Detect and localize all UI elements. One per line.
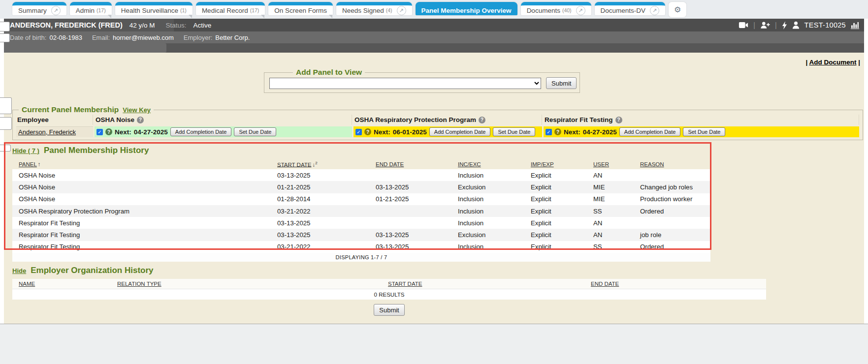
external-link-icon[interactable]: ↗ xyxy=(650,6,659,15)
cell-end xyxy=(369,217,451,229)
cell-end: 03-13-2025 xyxy=(369,181,451,193)
add-panel-submit-button[interactable]: Submit xyxy=(546,77,577,89)
table-row: Respirator Fit Testing03-13-2025Inclusio… xyxy=(12,217,710,229)
table-row: Respirator Fit Testing03-13-202503-13-20… xyxy=(12,229,710,241)
help-icon[interactable]: ? xyxy=(137,117,144,123)
next-label: Next: xyxy=(115,128,131,136)
panel-select[interactable] xyxy=(269,78,541,89)
tab-count: (40) xyxy=(562,7,572,13)
table-row: OSHA Noise01-21-202503-13-2025ExclusionE… xyxy=(12,181,710,193)
set-due-date-button[interactable]: Set Due Date xyxy=(683,127,725,136)
cell-panel: OSHA Noise xyxy=(12,193,271,205)
column-header-end-date[interactable]: END DATE xyxy=(376,161,404,167)
page-bottom-strip xyxy=(0,324,868,364)
main-content: | Add Document | Add Panel to View Submi… xyxy=(4,53,864,324)
tab-medical-record[interactable]: Medical Record (17) xyxy=(196,2,265,15)
cell-user: SS xyxy=(587,205,634,217)
employer-history-title: Employer Organization History xyxy=(31,266,153,275)
column-header-imp-exp[interactable]: IMP/EXP xyxy=(531,161,554,167)
separator: | xyxy=(753,21,755,29)
next-label: Next: xyxy=(564,128,580,136)
tab-documents-dv[interactable]: Documents-DV ↗ xyxy=(595,2,666,15)
tab-health-surveillance[interactable]: Health Surveillance (1) xyxy=(115,2,193,15)
bar-chart-icon[interactable] xyxy=(851,22,859,29)
video-camera-icon[interactable] xyxy=(739,22,748,29)
gear-icon: ⚙ xyxy=(674,5,681,14)
column-header-end-date[interactable]: END DATE xyxy=(591,281,619,287)
tab-on-screen-forms[interactable]: On Screen Forms xyxy=(268,2,333,15)
cell-end xyxy=(369,205,451,217)
current-membership-legend: Current Panel Membership View Key xyxy=(19,105,154,114)
tab-documents[interactable]: Documents (40) ↗ xyxy=(521,2,591,15)
employee-link[interactable]: Anderson, Frederick xyxy=(18,128,76,136)
cell-incexc: Inclusion xyxy=(451,193,524,205)
pipe: | xyxy=(805,59,807,66)
bolt-icon[interactable] xyxy=(782,21,787,30)
employer-submit-button[interactable]: Submit xyxy=(374,304,404,316)
cell-reason: Ordered xyxy=(634,241,710,253)
set-due-date-button[interactable]: Set Due Date xyxy=(493,127,535,136)
view-key-link[interactable]: View Key xyxy=(123,106,151,114)
history-hide-link[interactable]: Hide ( 7 ) xyxy=(12,147,39,154)
history-paging-status: DISPLAYING 1-7 / 7 xyxy=(12,253,710,262)
column-header-name[interactable]: NAME xyxy=(19,281,35,287)
add-completion-date-button[interactable]: Add Completion Date xyxy=(170,127,232,136)
employer-header-row: NAME RELATION TYPE START DATE END DATE xyxy=(12,279,766,289)
next-label: Next: xyxy=(374,128,390,136)
column-header-start-date[interactable]: START DATE xyxy=(277,161,311,167)
column-header-reason[interactable]: REASON xyxy=(640,161,664,167)
tab-panel-membership-overview[interactable]: Panel Membership Overview xyxy=(416,2,517,15)
add-completion-date-button[interactable]: Add Completion Date xyxy=(619,127,681,136)
cell-impexp: Explicit xyxy=(524,193,587,205)
left-edge-fragment xyxy=(0,97,12,114)
column-header-start-date[interactable]: START DATE xyxy=(388,281,422,287)
external-link-icon[interactable]: ↗ xyxy=(397,6,406,15)
settings-gear-button[interactable]: ⚙ xyxy=(669,2,686,17)
membership-checkbox[interactable]: ✓ xyxy=(355,129,362,135)
help-icon[interactable]: ? xyxy=(364,128,371,135)
help-icon[interactable]: ? xyxy=(479,117,485,123)
column-header-inc-exc[interactable]: INC/EXC xyxy=(458,161,481,167)
external-link-icon[interactable]: ↗ xyxy=(51,6,61,15)
membership-checkbox[interactable]: ✓ xyxy=(546,129,552,135)
help-icon[interactable]: ? xyxy=(105,128,112,135)
cell-incexc: Inclusion xyxy=(451,241,524,253)
add-person-icon[interactable] xyxy=(760,21,770,29)
membership-cell-osha-respiratory: ✓ ? Next: 06-01-2025 Add Completion Date… xyxy=(354,126,542,137)
membership-checkbox[interactable]: ✓ xyxy=(96,129,103,135)
person-icon[interactable] xyxy=(792,21,800,29)
tab-needs-signed[interactable]: Needs Signed (4) ↗ xyxy=(336,2,412,15)
column-header-user[interactable]: USER xyxy=(593,161,609,167)
cell-end: 03-13-2025 xyxy=(369,229,451,241)
dob-label: Date of birth: xyxy=(10,34,46,41)
cell-end: 01-21-2025 xyxy=(369,193,451,205)
cell-panel: Respirator Fit Testing xyxy=(12,217,271,229)
add-panel-title: Add Panel to View xyxy=(293,68,365,77)
column-header-panel[interactable]: PANEL xyxy=(19,161,37,167)
patient-subheader: Date of birth: 02-08-1983 Email: horner@… xyxy=(4,31,864,43)
help-icon[interactable]: ? xyxy=(615,117,622,123)
add-panel-fieldset: Add Panel to View Submit xyxy=(264,72,580,93)
tab-count: (17) xyxy=(250,7,259,13)
employer-hide-link[interactable]: Hide xyxy=(12,267,26,274)
help-icon[interactable]: ? xyxy=(554,128,561,135)
patient-header-strip xyxy=(4,43,864,53)
cell-incexc: Inclusion xyxy=(451,169,524,181)
cell-reason: Changed job roles xyxy=(634,181,710,193)
cell-start: 01-21-2025 xyxy=(271,181,369,193)
table-row: Respirator Fit Testing03-21-202203-13-20… xyxy=(12,241,710,253)
add-document-link[interactable]: Add Document xyxy=(809,59,856,66)
add-completion-date-button[interactable]: Add Completion Date xyxy=(429,127,491,136)
tab-admin[interactable]: Admin (17) xyxy=(70,2,112,15)
cell-incexc: Exclusion xyxy=(451,229,524,241)
membership-cell-osha-noise: ✓ ? Next: 04-27-2025 Add Completion Date… xyxy=(95,126,352,137)
tab-summary[interactable]: Summary ↗ xyxy=(12,2,66,15)
tab-label: Health Surveillance xyxy=(121,7,178,14)
external-link-icon[interactable]: ↗ xyxy=(576,6,585,15)
set-due-date-button[interactable]: Set Due Date xyxy=(234,127,276,136)
separator: | xyxy=(775,21,777,29)
cell-start: 03-13-2025 xyxy=(271,169,369,181)
column-header-relation-type[interactable]: RELATION TYPE xyxy=(117,281,161,287)
cell-reason xyxy=(634,169,710,181)
tab-label: Medical Record xyxy=(202,7,248,14)
